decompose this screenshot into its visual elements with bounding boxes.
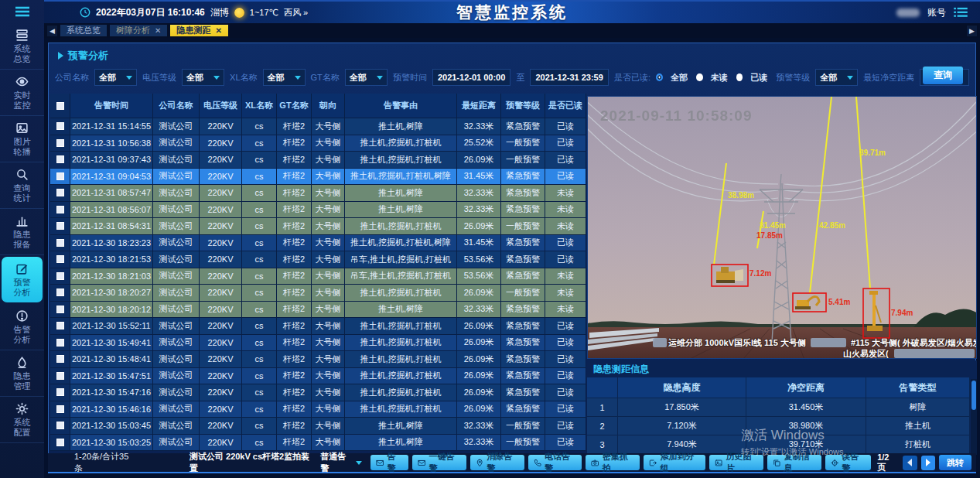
tab-scroll-right-icon[interactable]: ▶ bbox=[967, 26, 977, 36]
select-all-checkbox[interactable] bbox=[56, 102, 64, 110]
tab-scroll-left-icon[interactable]: ◀ bbox=[47, 26, 57, 36]
row-checkbox[interactable] bbox=[56, 272, 64, 280]
row-checkbox[interactable] bbox=[56, 439, 64, 446]
radio-全部[interactable] bbox=[656, 73, 663, 81]
alarm-row-16[interactable]: 2021-12-30 15:47:51测试公司220KVcs杆塔2大号侧推土机,… bbox=[50, 368, 586, 385]
row-checkbox[interactable] bbox=[56, 355, 64, 363]
list-icon[interactable] bbox=[954, 7, 968, 18]
sidebar-item-查询统计[interactable]: 查询统计 bbox=[0, 162, 44, 209]
alarm-row-9[interactable]: 2021-12-30 18:21:53测试公司220KVcs杆塔2大号侧吊车,推… bbox=[50, 251, 586, 268]
alarm-row-1[interactable]: 2021-12-31 15:14:55测试公司220KVcs杆塔2大号侧推土机,… bbox=[50, 118, 586, 135]
cell: 220KV bbox=[200, 418, 242, 435]
warning-time-from-input[interactable]: 2021-12-01 00:00 bbox=[432, 69, 511, 86]
cell: 测试公司 bbox=[153, 218, 200, 235]
next-page-button[interactable] bbox=[921, 456, 935, 470]
复制信息-button[interactable]: 复制信息 bbox=[767, 455, 821, 470]
row-checkbox[interactable] bbox=[56, 172, 64, 180]
radio-未读[interactable] bbox=[696, 73, 703, 81]
历史图片-button[interactable]: 历史图片 bbox=[709, 455, 763, 470]
alarm-row-3[interactable]: 2021-12-31 09:37:43测试公司220KVcs杆塔2大号侧推土机,… bbox=[50, 152, 586, 169]
添加到分组-button[interactable]: 添加到分组 bbox=[644, 455, 705, 470]
select-预警等级[interactable]: 全部 bbox=[815, 69, 858, 86]
sidebar-item-隐患报备[interactable]: 隐患报备 bbox=[0, 209, 44, 255]
sidebar-item-系统总览[interactable]: 系统总览 bbox=[0, 23, 44, 70]
消除告警-button[interactable]: 消除告警 bbox=[470, 455, 524, 470]
row-checkbox[interactable] bbox=[56, 122, 64, 130]
alarm-type-select[interactable]: 普通告警 bbox=[320, 451, 362, 474]
row-checkbox[interactable] bbox=[56, 139, 64, 147]
alarm-row-10[interactable]: 2021-12-30 18:21:03测试公司220KVcs杆塔2大号侧吊车,推… bbox=[50, 268, 586, 285]
alarm-row-8[interactable]: 2021-12-30 18:23:23测试公司220KVcs杆塔2大号侧推土机,… bbox=[50, 235, 586, 252]
tab-树障分析[interactable]: 树障分析✕ bbox=[110, 25, 167, 36]
row-checkbox[interactable] bbox=[56, 405, 64, 413]
row-checkbox[interactable] bbox=[56, 222, 64, 230]
select-GT名称[interactable]: 全部 bbox=[345, 69, 388, 86]
prev-page-button[interactable] bbox=[903, 456, 917, 470]
row-checkbox[interactable] bbox=[56, 322, 64, 329]
row-checkbox[interactable] bbox=[56, 239, 64, 247]
column-header: 告警事由 bbox=[345, 94, 457, 118]
radio-label-全部[interactable]: 全部 bbox=[671, 72, 688, 84]
alarm-row-13[interactable]: 2021-12-30 15:52:11测试公司220KVcs杆塔2大号侧推土机,… bbox=[50, 318, 586, 335]
row-checkbox[interactable] bbox=[56, 306, 64, 313]
alarm-row-14[interactable]: 2021-12-30 15:49:41测试公司220KVcs杆塔2大号侧推土机,… bbox=[50, 335, 586, 352]
sidebar-item-系统配置[interactable]: 系统配置 bbox=[0, 397, 44, 443]
jump-button[interactable]: 跳转 bbox=[939, 455, 971, 470]
row-checkbox[interactable] bbox=[56, 255, 64, 263]
alarm-row-7[interactable]: 2021-12-31 08:54:31测试公司220KVcs杆塔2大号侧推土机,… bbox=[50, 218, 586, 235]
alarm-row-12[interactable]: 2021-12-30 18:20:12测试公司220KVcs杆塔2大号侧推土机,… bbox=[50, 302, 586, 319]
row-checkbox[interactable] bbox=[56, 289, 64, 296]
sidebar-item-实时监控[interactable]: 实时监控 bbox=[0, 70, 44, 116]
row-checkbox[interactable] bbox=[56, 388, 64, 396]
alarm-row-2[interactable]: 2021-12-31 10:56:38测试公司220KVcs杆塔2大号侧推土机,… bbox=[50, 135, 586, 152]
row-checkbox[interactable] bbox=[56, 372, 64, 380]
sidebar-item-预警分析[interactable]: 预警分析 bbox=[2, 257, 43, 302]
sidebar-item-隐患管理[interactable]: 隐患管理 bbox=[0, 350, 44, 397]
一键告警-button[interactable]: 一键告警 bbox=[412, 455, 466, 470]
alarm-row-4[interactable]: 2021-12-31 09:04:53测试公司220KVcs杆塔2大号侧推土机,… bbox=[50, 169, 586, 186]
account-label[interactable]: 账号 bbox=[927, 6, 946, 19]
distance-row-1[interactable]: 117.850米31.450米树障 bbox=[587, 398, 970, 417]
close-icon[interactable]: ✕ bbox=[155, 26, 161, 35]
tab-隐患测距[interactable]: 隐患测距✕ bbox=[170, 25, 227, 36]
row-checkbox[interactable] bbox=[56, 422, 64, 429]
menu-icon[interactable] bbox=[0, 0, 44, 23]
alarm-row-15[interactable]: 2021-12-30 15:48:41测试公司220KVcs杆塔2大号侧推土机,… bbox=[50, 351, 586, 368]
alarm-row-20[interactable]: 2021-12-30 15:03:25测试公司220KVcs杆塔2大号侧推土机,… bbox=[50, 435, 586, 452]
告警-button[interactable]: 告警 bbox=[370, 455, 408, 470]
radio-label-未读[interactable]: 未读 bbox=[711, 72, 728, 84]
alarm-row-6[interactable]: 2021-12-31 08:56:07测试公司220KVcs杆塔2大号侧推土机,… bbox=[50, 202, 586, 219]
edit-icon bbox=[15, 262, 29, 275]
sidebar-item-图片轮播[interactable]: 图片轮播 bbox=[0, 116, 44, 162]
svg-text:31.45m: 31.45m bbox=[760, 221, 786, 230]
distance-row-2[interactable]: 27.120米38.980米推土机 bbox=[587, 417, 970, 435]
alarm-row-5[interactable]: 2021-12-31 08:57:47测试公司220KVcs杆塔2大号侧推土机,… bbox=[50, 185, 586, 202]
scrollbar-thumb[interactable] bbox=[971, 381, 976, 410]
电话告警-button[interactable]: 电话告警 bbox=[528, 455, 582, 470]
row-checkbox[interactable] bbox=[56, 189, 64, 196]
row-checkbox[interactable] bbox=[56, 339, 64, 347]
select-公司名称[interactable]: 全部 bbox=[94, 69, 137, 86]
sidebar-item-告警分析[interactable]: 告警分析 bbox=[0, 304, 44, 350]
close-icon[interactable]: ✕ bbox=[215, 26, 221, 35]
sidebar-item-label: 告警分析 bbox=[14, 325, 31, 344]
radio-已读[interactable] bbox=[736, 73, 743, 81]
row-checkbox[interactable] bbox=[56, 155, 64, 163]
distance-row-3[interactable]: 37.940米39.710米打桩机 bbox=[587, 435, 970, 454]
radio-label-已读[interactable]: 已读 bbox=[750, 72, 767, 84]
select-电压等级[interactable]: 全部 bbox=[182, 69, 224, 86]
tab-系统总览[interactable]: 系统总览 bbox=[60, 25, 107, 36]
cell: 测试公司 bbox=[153, 285, 200, 302]
row-checkbox[interactable] bbox=[56, 206, 64, 213]
alarm-row-18[interactable]: 2021-12-30 15:46:16测试公司220KVcs杆塔2大号侧推土机,… bbox=[50, 401, 586, 418]
select-XL名称[interactable]: 全部 bbox=[263, 69, 306, 86]
cell: 大号侧 bbox=[312, 401, 345, 418]
alarm-row-19[interactable]: 2021-12-30 15:03:45测试公司220KVcs杆塔2大号侧推土机,… bbox=[50, 418, 586, 435]
warning-time-to-input[interactable]: 2021-12-31 23:59 bbox=[530, 69, 609, 86]
column-header: GT名称 bbox=[277, 94, 312, 118]
alarm-row-17[interactable]: 2021-12-30 15:47:16测试公司220KVcs杆塔2大号侧推土机,… bbox=[50, 384, 586, 401]
alarm-row-11[interactable]: 2021-12-30 18:20:27测试公司220KVcs杆塔2大号侧推土机,… bbox=[50, 285, 586, 302]
密集抓拍-button[interactable]: 密集抓拍 bbox=[586, 455, 640, 470]
query-button[interactable]: 查询 bbox=[923, 67, 963, 84]
误告警-button[interactable]: 误告警 bbox=[825, 455, 871, 470]
